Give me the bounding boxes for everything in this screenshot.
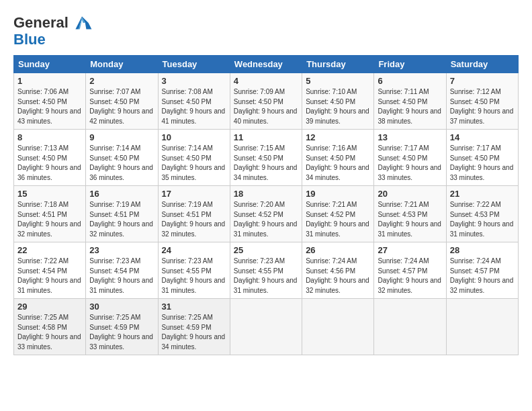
- calendar-week-4: 22 Sunrise: 7:22 AM Sunset: 4:54 PM Dayl…: [14, 242, 519, 299]
- day-number: 1: [17, 76, 82, 86]
- day-number: 13: [378, 132, 442, 142]
- day-number: 10: [162, 132, 226, 142]
- calendar-table: SundayMondayTuesdayWednesdayThursdayFrid…: [13, 55, 519, 355]
- day-detail: Sunrise: 7:12 AM Sunset: 4:50 PM Dayligh…: [450, 87, 515, 126]
- weekday-header-saturday: Saturday: [446, 56, 518, 73]
- day-number: 23: [89, 245, 154, 255]
- calendar-cell: 26 Sunrise: 7:24 AM Sunset: 4:56 PM Dayl…: [302, 242, 374, 299]
- calendar-cell: 22 Sunrise: 7:22 AM Sunset: 4:54 PM Dayl…: [14, 242, 86, 299]
- day-detail: Sunrise: 7:23 AM Sunset: 4:55 PM Dayligh…: [162, 257, 226, 295]
- day-number: 15: [17, 189, 82, 199]
- day-number: 3: [162, 76, 226, 86]
- day-detail: Sunrise: 7:19 AM Sunset: 4:51 PM Dayligh…: [89, 200, 154, 239]
- calendar-cell: 2 Sunrise: 7:07 AM Sunset: 4:50 PM Dayli…: [86, 73, 158, 130]
- calendar-week-3: 15 Sunrise: 7:18 AM Sunset: 4:51 PM Dayl…: [14, 186, 519, 242]
- day-number: 20: [378, 189, 442, 199]
- day-detail: Sunrise: 7:25 AM Sunset: 4:59 PM Dayligh…: [89, 313, 154, 352]
- day-number: 2: [89, 76, 154, 86]
- calendar-cell: 11 Sunrise: 7:15 AM Sunset: 4:50 PM Dayl…: [230, 130, 302, 186]
- calendar-page: General Blue SundayMondayTuesdayWednesda…: [0, 0, 532, 411]
- calendar-week-5: 29 Sunrise: 7:25 AM Sunset: 4:58 PM Dayl…: [14, 299, 519, 355]
- day-detail: Sunrise: 7:14 AM Sunset: 4:50 PM Dayligh…: [162, 144, 226, 183]
- day-detail: Sunrise: 7:21 AM Sunset: 4:52 PM Dayligh…: [306, 200, 370, 239]
- weekday-header-monday: Monday: [86, 56, 158, 73]
- weekday-header-wednesday: Wednesday: [230, 56, 302, 73]
- calendar-cell: 1 Sunrise: 7:06 AM Sunset: 4:50 PM Dayli…: [14, 73, 86, 130]
- logo-icon: [71, 12, 93, 34]
- day-detail: Sunrise: 7:23 AM Sunset: 4:54 PM Dayligh…: [89, 257, 154, 295]
- day-number: 9: [89, 132, 154, 142]
- day-number: 28: [450, 245, 515, 255]
- day-number: 4: [234, 76, 298, 86]
- calendar-week-2: 8 Sunrise: 7:13 AM Sunset: 4:50 PM Dayli…: [14, 130, 519, 186]
- calendar-cell: 29 Sunrise: 7:25 AM Sunset: 4:58 PM Dayl…: [14, 299, 86, 355]
- day-number: 8: [17, 132, 82, 142]
- day-detail: Sunrise: 7:17 AM Sunset: 4:50 PM Dayligh…: [450, 144, 515, 183]
- day-detail: Sunrise: 7:08 AM Sunset: 4:50 PM Dayligh…: [162, 87, 226, 126]
- day-detail: Sunrise: 7:24 AM Sunset: 4:57 PM Dayligh…: [378, 257, 442, 295]
- day-number: 18: [234, 189, 298, 199]
- weekday-header-friday: Friday: [374, 56, 446, 73]
- calendar-cell: [302, 299, 374, 355]
- calendar-cell: 8 Sunrise: 7:13 AM Sunset: 4:50 PM Dayli…: [14, 130, 86, 186]
- day-detail: Sunrise: 7:18 AM Sunset: 4:51 PM Dayligh…: [17, 200, 82, 239]
- calendar-cell: 18 Sunrise: 7:20 AM Sunset: 4:52 PM Dayl…: [230, 186, 302, 242]
- calendar-week-1: 1 Sunrise: 7:06 AM Sunset: 4:50 PM Dayli…: [14, 73, 519, 130]
- calendar-cell: 15 Sunrise: 7:18 AM Sunset: 4:51 PM Dayl…: [14, 186, 86, 242]
- day-detail: Sunrise: 7:19 AM Sunset: 4:51 PM Dayligh…: [162, 200, 226, 239]
- day-number: 29: [17, 302, 82, 312]
- day-number: 14: [450, 132, 515, 142]
- calendar-cell: 23 Sunrise: 7:23 AM Sunset: 4:54 PM Dayl…: [86, 242, 158, 299]
- day-detail: Sunrise: 7:24 AM Sunset: 4:56 PM Dayligh…: [306, 257, 370, 295]
- svg-marker-2: [85, 23, 92, 30]
- calendar-cell: 31 Sunrise: 7:25 AM Sunset: 4:59 PM Dayl…: [158, 299, 230, 355]
- day-number: 6: [378, 76, 442, 86]
- day-detail: Sunrise: 7:11 AM Sunset: 4:50 PM Dayligh…: [378, 87, 442, 126]
- day-detail: Sunrise: 7:09 AM Sunset: 4:50 PM Dayligh…: [234, 87, 298, 126]
- day-number: 24: [162, 245, 226, 255]
- logo: General Blue: [13, 12, 93, 48]
- day-detail: Sunrise: 7:07 AM Sunset: 4:50 PM Dayligh…: [89, 87, 154, 126]
- calendar-cell: 10 Sunrise: 7:14 AM Sunset: 4:50 PM Dayl…: [158, 130, 230, 186]
- day-number: 5: [306, 76, 370, 86]
- calendar-cell: 5 Sunrise: 7:10 AM Sunset: 4:50 PM Dayli…: [302, 73, 374, 130]
- calendar-cell: 28 Sunrise: 7:24 AM Sunset: 4:57 PM Dayl…: [446, 242, 518, 299]
- day-detail: Sunrise: 7:16 AM Sunset: 4:50 PM Dayligh…: [306, 144, 370, 183]
- day-detail: Sunrise: 7:24 AM Sunset: 4:57 PM Dayligh…: [450, 257, 515, 295]
- calendar-cell: 21 Sunrise: 7:22 AM Sunset: 4:53 PM Dayl…: [446, 186, 518, 242]
- day-detail: Sunrise: 7:25 AM Sunset: 4:58 PM Dayligh…: [17, 313, 82, 352]
- day-number: 27: [378, 245, 442, 255]
- weekday-header-thursday: Thursday: [302, 56, 374, 73]
- day-number: 16: [89, 189, 154, 199]
- day-detail: Sunrise: 7:21 AM Sunset: 4:53 PM Dayligh…: [378, 200, 442, 239]
- day-detail: Sunrise: 7:22 AM Sunset: 4:53 PM Dayligh…: [450, 200, 515, 239]
- weekday-header-sunday: Sunday: [14, 56, 86, 73]
- calendar-cell: 25 Sunrise: 7:23 AM Sunset: 4:55 PM Dayl…: [230, 242, 302, 299]
- calendar-cell: 17 Sunrise: 7:19 AM Sunset: 4:51 PM Dayl…: [158, 186, 230, 242]
- calendar-cell: 12 Sunrise: 7:16 AM Sunset: 4:50 PM Dayl…: [302, 130, 374, 186]
- day-number: 22: [17, 245, 82, 255]
- header: General Blue: [13, 12, 519, 48]
- calendar-cell: 9 Sunrise: 7:14 AM Sunset: 4:50 PM Dayli…: [86, 130, 158, 186]
- day-number: 7: [450, 76, 515, 86]
- calendar-cell: 14 Sunrise: 7:17 AM Sunset: 4:50 PM Dayl…: [446, 130, 518, 186]
- calendar-cell: 19 Sunrise: 7:21 AM Sunset: 4:52 PM Dayl…: [302, 186, 374, 242]
- calendar-cell: 7 Sunrise: 7:12 AM Sunset: 4:50 PM Dayli…: [446, 73, 518, 130]
- calendar-cell: 30 Sunrise: 7:25 AM Sunset: 4:59 PM Dayl…: [86, 299, 158, 355]
- day-number: 26: [306, 245, 370, 255]
- day-detail: Sunrise: 7:20 AM Sunset: 4:52 PM Dayligh…: [234, 200, 298, 239]
- calendar-cell: 20 Sunrise: 7:21 AM Sunset: 4:53 PM Dayl…: [374, 186, 446, 242]
- day-number: 12: [306, 132, 370, 142]
- day-detail: Sunrise: 7:22 AM Sunset: 4:54 PM Dayligh…: [17, 257, 82, 295]
- day-number: 25: [234, 245, 298, 255]
- calendar-cell: [374, 299, 446, 355]
- day-detail: Sunrise: 7:23 AM Sunset: 4:55 PM Dayligh…: [234, 257, 298, 295]
- weekday-header-tuesday: Tuesday: [158, 56, 230, 73]
- day-detail: Sunrise: 7:14 AM Sunset: 4:50 PM Dayligh…: [89, 144, 154, 183]
- day-number: 19: [306, 189, 370, 199]
- calendar-cell: 3 Sunrise: 7:08 AM Sunset: 4:50 PM Dayli…: [158, 73, 230, 130]
- logo-general: General: [13, 14, 69, 31]
- calendar-cell: 13 Sunrise: 7:17 AM Sunset: 4:50 PM Dayl…: [374, 130, 446, 186]
- day-detail: Sunrise: 7:06 AM Sunset: 4:50 PM Dayligh…: [17, 87, 82, 126]
- day-detail: Sunrise: 7:25 AM Sunset: 4:59 PM Dayligh…: [162, 313, 226, 352]
